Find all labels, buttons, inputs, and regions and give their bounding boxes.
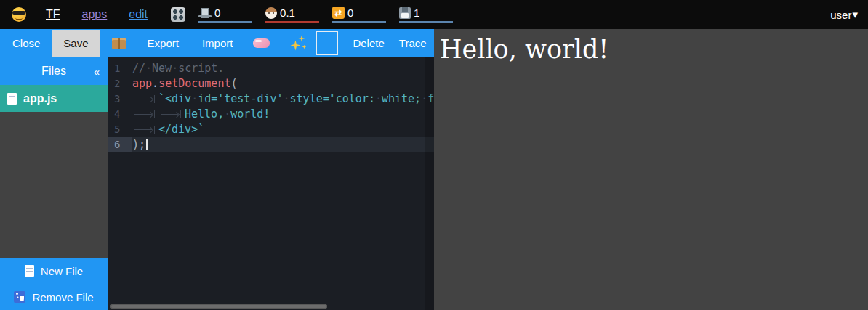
preview-panel: Hello, world!	[434, 29, 868, 310]
stat-hamster-field[interactable]: 0.1	[265, 7, 319, 23]
editor-toolbar: Close Save Export Import Delete Trace	[0, 29, 434, 57]
close-button[interactable]: Close	[9, 37, 43, 49]
files-sidebar: Files « app.js New File Remove File	[0, 57, 108, 310]
sparkles-button[interactable]	[290, 36, 306, 52]
code-text: `<div·id='test-div'·style='color:·white;…	[132, 91, 434, 107]
new-file-label: New File	[41, 265, 83, 277]
vertical-scrollbar[interactable]	[425, 57, 434, 310]
new-file-icon	[25, 265, 34, 277]
tab-arrow	[132, 122, 158, 137]
apps-link[interactable]: apps	[82, 8, 108, 21]
user-menu-label: user	[830, 9, 851, 21]
hamster-icon	[265, 7, 277, 19]
editor-pane: Close Save Export Import Delete Trace	[0, 29, 434, 310]
tab-arrow	[158, 107, 185, 122]
code-line[interactable]: 2app.setDocument(	[108, 76, 434, 91]
export-button[interactable]: Export	[145, 37, 182, 49]
code-text: //·New·script.	[132, 61, 434, 76]
line-number: 2	[108, 76, 132, 91]
sparkles-icon	[290, 36, 306, 52]
line-number: 6	[108, 137, 132, 152]
sidebar-actions: New File Remove File	[0, 258, 108, 310]
main-content: Close Save Export Import Delete Trace	[0, 29, 868, 310]
repeat-icon	[332, 7, 345, 19]
code-line[interactable]: 6);	[108, 137, 434, 152]
user-menu[interactable]: user ▾	[830, 8, 858, 21]
code-line[interactable]: 3`<div·id='test-div'·style='color:·white…	[108, 91, 434, 107]
preview-text: Hello, world!	[440, 35, 862, 64]
stat-floppy-value: 1	[414, 7, 419, 19]
document-icon	[7, 93, 17, 105]
litter-bin-icon	[14, 291, 25, 303]
code-text: );	[132, 137, 434, 152]
workspace: Files « app.js New File Remove File	[0, 57, 434, 310]
file-item-appjs[interactable]: app.js	[0, 85, 108, 112]
line-number: 1	[108, 61, 132, 76]
soap-button[interactable]	[253, 38, 270, 48]
import-button[interactable]: Import	[199, 37, 236, 49]
tab-arrow	[132, 91, 158, 107]
collapse-sidebar-button[interactable]: «	[94, 65, 100, 78]
package-button[interactable]	[112, 38, 126, 49]
delete-button[interactable]: Delete	[350, 37, 387, 49]
code-line[interactable]: 1//·New·script.	[108, 61, 434, 76]
editor-lines: 1//·New·script.2app.setDocument(3`<div·i…	[108, 61, 434, 152]
file-item-label: app.js	[23, 92, 57, 105]
edit-link[interactable]: edit	[129, 8, 148, 21]
file-list-empty-area	[0, 112, 108, 258]
code-editor[interactable]: 1//·New·script.2app.setDocument(3`<div·i…	[108, 57, 434, 310]
soap-icon	[253, 38, 270, 48]
stat-floppy-field[interactable]: 1	[399, 7, 453, 23]
files-header: Files «	[0, 57, 108, 85]
code-line[interactable]: 5</div>`	[108, 122, 434, 137]
code-text: Hello,·world!	[132, 107, 434, 122]
trace-button[interactable]: Trace	[396, 37, 430, 49]
chevron-down-icon: ▾	[852, 8, 858, 21]
text-cursor	[146, 139, 148, 150]
remove-file-label: Remove File	[32, 291, 93, 303]
line-number: 3	[108, 91, 132, 107]
code-text: </div>`	[132, 122, 434, 137]
laptop-icon	[198, 8, 212, 18]
blank-button[interactable]	[316, 31, 338, 55]
sunglasses-face-emoji-icon[interactable]	[12, 7, 26, 22]
horizontal-scrollbar-thumb[interactable]	[110, 304, 327, 309]
new-file-button[interactable]: New File	[0, 258, 108, 284]
tab-arrow	[132, 107, 158, 122]
files-header-label: Files	[41, 65, 66, 78]
floppy-disk-icon	[399, 7, 411, 19]
package-icon	[112, 38, 126, 49]
topbar: TF apps edit 0 0.1 0 1 user ▾	[0, 0, 868, 29]
control-knobs-icon[interactable]	[171, 7, 185, 22]
remove-file-button[interactable]: Remove File	[0, 284, 108, 310]
line-number: 5	[108, 122, 132, 137]
code-line[interactable]: 4Hello,·world!	[108, 107, 434, 122]
stat-hamster-value: 0.1	[280, 7, 295, 19]
save-button[interactable]: Save	[52, 30, 100, 57]
brand-link[interactable]: TF	[46, 8, 60, 21]
code-text: app.setDocument(	[132, 76, 434, 91]
line-number: 4	[108, 107, 132, 122]
stat-laptop-field[interactable]: 0	[198, 7, 252, 23]
stat-repeat-field[interactable]: 0	[332, 7, 386, 23]
stat-repeat-value: 0	[347, 7, 353, 19]
stat-laptop-value: 0	[214, 7, 220, 19]
